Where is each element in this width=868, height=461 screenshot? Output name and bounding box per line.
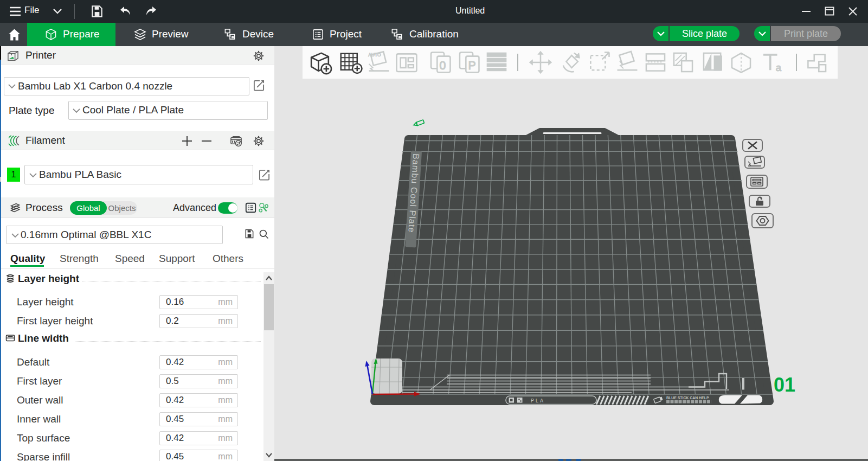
svg-text:a: a xyxy=(776,62,782,73)
svg-text:AUTO: AUTO xyxy=(368,52,381,57)
svg-text:01: 01 xyxy=(774,374,795,396)
svg-text:BLUE STICK CAN HELP.: BLUE STICK CAN HELP. xyxy=(666,396,710,400)
svg-text:P: P xyxy=(468,59,476,72)
svg-text:PLA: PLA xyxy=(531,398,545,404)
svg-text:0: 0 xyxy=(440,59,446,72)
